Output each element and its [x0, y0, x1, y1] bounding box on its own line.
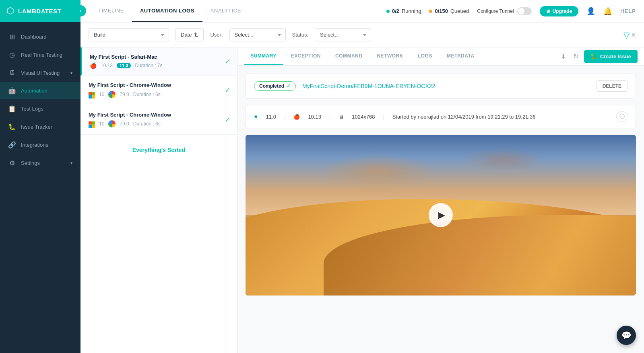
completed-label: Completed: [259, 83, 284, 89]
upgrade-icon: ⊕: [546, 8, 550, 14]
chat-icon: 💬: [621, 330, 632, 340]
create-issue-button[interactable]: 🐛 Create Issue: [584, 50, 638, 63]
main-content: TIMELINE AUTOMATION LOGS ANALYTICS 0/2 R…: [80, 0, 644, 353]
sidebar-logo: ⬡ LAMBDATEST ‹: [0, 0, 80, 22]
completed-badge: Completed ✓: [254, 81, 296, 91]
delete-button[interactable]: DELETE: [597, 80, 627, 92]
logo-text: LAMBDATEST: [18, 8, 61, 14]
running-dot: [386, 10, 390, 13]
clear-filter-button[interactable]: ▽ ✕: [623, 30, 636, 40]
user-filter[interactable]: Select...: [229, 28, 286, 41]
settings-icon: ⚙: [8, 159, 16, 167]
chat-widget[interactable]: 💬: [617, 326, 636, 345]
test-name: My First Script - Chrome-Window: [89, 82, 229, 88]
sidebar-item-integrations[interactable]: 🔗 Integrations: [0, 136, 80, 154]
sidebar-item-label: Automation: [21, 88, 72, 94]
help-button[interactable]: HELP: [620, 8, 636, 14]
configure-tunnel: Configure Tunnel: [477, 7, 531, 15]
browser-version-meta: 11.0: [266, 114, 276, 120]
tab-exception[interactable]: EXCEPTION: [285, 47, 327, 65]
chrome-browser-icon: [108, 120, 116, 127]
test-name: My First Script - Safari-Mac: [90, 54, 229, 60]
status-filter-label: Status:: [292, 32, 308, 38]
script-id[interactable]: FEB9M-1OUNA-ERYEN-OCX22: [354, 83, 436, 89]
sidebar-item-settings[interactable]: ⚙ Settings ▾: [0, 154, 80, 172]
windows-os-icon: [89, 120, 95, 128]
test-list-item[interactable]: My First Script - Safari-Mac 🍎 10.13 11.…: [80, 47, 237, 76]
script-name: MyFirstScript-Demo/: [302, 83, 354, 89]
running-label: Running: [402, 8, 421, 14]
notification-bell-icon[interactable]: 🔔: [603, 7, 612, 16]
started-by-meta: Started by neerajlad on 12/04/2019 from …: [392, 114, 536, 120]
resolution-meta: 1024x768: [352, 114, 375, 120]
tunnel-toggle[interactable]: [517, 7, 532, 15]
sidebar-item-automation[interactable]: 🤖 Automation: [0, 82, 80, 99]
date-filter-button[interactable]: Date ⇅: [175, 28, 204, 41]
sidebar-item-label: Real Time Testing: [21, 52, 72, 58]
script-link: MyFirstScript-Demo/FEB9M-1OUNA-ERYEN-OCX…: [302, 83, 435, 89]
integrations-icon: 🔗: [8, 141, 16, 149]
tab-command[interactable]: COMMAND: [329, 47, 369, 65]
apple-meta-icon: 🍎: [293, 114, 300, 120]
sidebar-item-dashboard[interactable]: ⊞ Dashboard: [0, 28, 80, 45]
chevron-down-icon: ▾: [70, 71, 72, 75]
duration: Duration : 6s: [133, 92, 161, 97]
download-button[interactable]: ⬇: [559, 51, 568, 62]
queued-count: 0/150: [435, 8, 448, 14]
video-play-button[interactable]: ▶: [429, 203, 453, 227]
os-version: 10: [99, 92, 104, 97]
sidebar-item-test-logs[interactable]: 📋 Test Logs: [0, 100, 80, 117]
tab-logs[interactable]: LOGS: [411, 47, 439, 65]
test-pass-icon: ✓: [225, 86, 231, 94]
visual-icon: 🖥: [8, 69, 16, 76]
test-video-container[interactable]: ▶: [246, 135, 636, 296]
topbar-right: 0/2 Running 0/150 Queued Configure Tunne…: [386, 6, 636, 16]
sidebar-navigation: ⊞ Dashboard ◷ Real Time Testing 🖥 Visual…: [0, 22, 80, 178]
monitor-icon: 🖥: [339, 114, 344, 120]
detail-content: Completed ✓ MyFirstScript-Demo/FEB9M-1OU…: [237, 66, 644, 353]
automation-icon: 🤖: [8, 87, 16, 94]
sidebar-item-visual-ui-testing[interactable]: 🖥 Visual UI Testing ▾: [0, 64, 80, 81]
tab-summary[interactable]: SUMMARY: [244, 47, 283, 65]
refresh-button[interactable]: ↻: [572, 51, 580, 62]
os-version: 10.13: [101, 63, 113, 68]
sidebar-collapse-button[interactable]: ‹: [75, 5, 86, 16]
test-detail-header: Completed ✓ MyFirstScript-Demo/FEB9M-1OU…: [246, 74, 636, 99]
content-area: My First Script - Safari-Mac 🍎 10.13 11.…: [80, 47, 644, 353]
tab-metadata[interactable]: METADATA: [440, 47, 481, 65]
build-filter[interactable]: Build: [89, 28, 169, 41]
bug-icon: 🐛: [590, 53, 597, 60]
clear-icon: ✕: [631, 32, 636, 38]
create-issue-label: Create Issue: [600, 53, 631, 60]
info-button[interactable]: ⓘ: [616, 111, 627, 122]
tab-timeline[interactable]: TIMELINE: [90, 0, 132, 22]
browser-version: 79.0: [120, 121, 129, 127]
sidebar-item-real-time-testing[interactable]: ◷ Real Time Testing: [0, 46, 80, 64]
issue-tracker-icon: 🐛: [8, 123, 16, 131]
date-label: Date: [181, 32, 192, 38]
test-list-item[interactable]: My First Script - Chrome-Window 10 79.0 …: [80, 105, 237, 135]
os-version-meta: 10.13: [308, 114, 321, 120]
detail-tabs: SUMMARY EXCEPTION COMMAND NETWORK LOGS M…: [237, 47, 644, 66]
user-icon[interactable]: 👤: [586, 7, 595, 16]
sidebar: ⬡ LAMBDATEST ‹ ⊞ Dashboard ◷ Real Time T…: [0, 0, 80, 353]
filters-bar: Build Date ⇅ User: Select... Status: Sel…: [80, 23, 644, 47]
browser-version: 79.0: [120, 92, 129, 97]
logs-icon: 📋: [8, 105, 16, 113]
tab-network[interactable]: NETWORK: [370, 47, 410, 65]
test-pass-icon: ✓: [225, 115, 231, 124]
sidebar-item-label: Settings: [21, 160, 66, 166]
test-list-item[interactable]: My First Script - Chrome-Window 10 79.0 …: [80, 76, 237, 105]
test-meta: 🍎 10.13 11.0 Duration : 7s: [90, 62, 229, 69]
queued-dot: [429, 10, 432, 13]
windows-os-icon: [89, 90, 95, 99]
status-filter[interactable]: Select...: [315, 28, 371, 41]
upgrade-button[interactable]: ⊕ Upgrade: [540, 6, 579, 16]
sidebar-item-label: Dashboard: [21, 34, 72, 40]
tab-analytics[interactable]: ANALYTICS: [202, 0, 249, 22]
test-pass-icon: ✓: [225, 57, 231, 66]
sidebar-item-issue-tracker[interactable]: 🐛 Issue Tracker: [0, 118, 80, 135]
chevron-down-icon: ▾: [70, 161, 72, 165]
tab-automation-logs[interactable]: AUTOMATION LOGS: [132, 0, 202, 22]
sidebar-item-label: Visual UI Testing: [21, 70, 66, 76]
